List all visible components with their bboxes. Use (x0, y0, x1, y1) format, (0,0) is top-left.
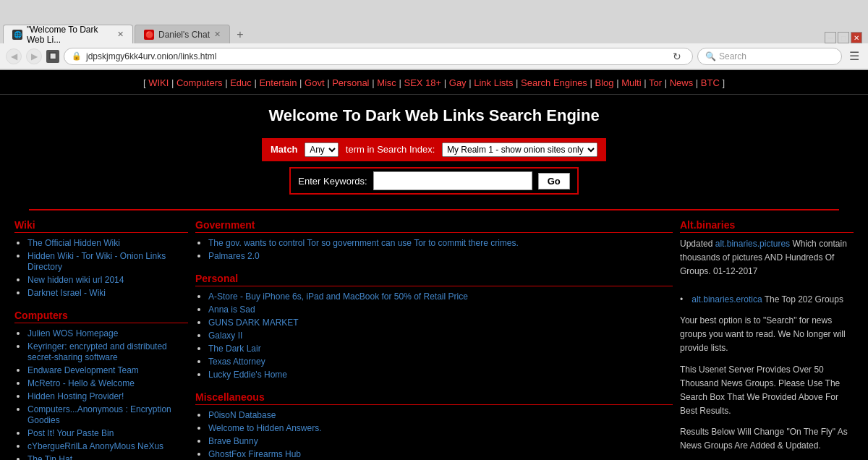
keyword-label: Enter Keywords: (298, 176, 367, 187)
browser-search-bar[interactable]: 🔍 Search (697, 48, 842, 65)
personal-link-3[interactable]: GUNS DARK MARKET (208, 318, 299, 328)
list-item: Keyringer: encrypted and distributed sec… (27, 341, 188, 362)
misc-link-2[interactable]: Welcome to Hidden Answers. (208, 423, 322, 433)
personal-link-2[interactable]: Anna is Sad (208, 304, 255, 315)
govt-link-2[interactable]: Palmares 2.0 (208, 251, 260, 261)
new-tab-button[interactable]: + (231, 26, 249, 43)
computers-link-8[interactable]: cYbergueRrilLa AnonyMous NeXus (27, 441, 163, 451)
misc-section-title: Miscellaneous (195, 391, 673, 405)
info-text-2: This Usenet Server Provides Over 50 Thou… (680, 363, 854, 419)
nav-govt[interactable]: Govt (305, 77, 324, 88)
government-link-list: The gov. wants to control Tor so governm… (195, 237, 673, 261)
govt-link-1[interactable]: The gov. wants to control Tor so governm… (208, 238, 519, 248)
nav-blog[interactable]: Blog (595, 77, 614, 88)
tab-1[interactable]: 🌐 "Welcome To Dark Web Li... ✕ (3, 25, 133, 43)
alt-binaries-pictures-link[interactable]: alt.binaries.pictures (715, 239, 790, 249)
nav-multi[interactable]: Multi (621, 77, 641, 88)
list-item: The Dark Lair (208, 343, 673, 354)
list-item: Lucky Eddie's Home (208, 369, 673, 380)
nav-entertain[interactable]: Entertain (259, 77, 297, 88)
middle-column: Government The gov. wants to control Tor… (195, 219, 673, 460)
nav-personal[interactable]: Personal (332, 77, 369, 88)
list-item: The Tin Hat (27, 453, 188, 460)
search-section: Match Any All term in Search Index: My R… (0, 132, 868, 200)
nav-search-engines[interactable]: Search Engines (521, 77, 587, 88)
personal-link-5[interactable]: The Dark Lair (208, 344, 261, 354)
misc-section: Miscellaneous P0isoN Database Welcome to… (195, 391, 673, 460)
misc-link-list: P0isoN Database Welcome to Hidden Answer… (195, 409, 673, 460)
wiki-link-4[interactable]: Darknet Israel - Wiki (27, 288, 106, 298)
maximize-button[interactable]: □ (838, 32, 849, 43)
list-item: Anna is Sad (208, 304, 673, 315)
menu-button[interactable]: ☰ (846, 49, 862, 63)
personal-link-list: A-Store - Buy iPhone 6s, iPad and MacBoo… (195, 291, 673, 380)
list-item: GhostFox Firearms Hub (208, 448, 673, 459)
list-item: Texas Attorney (208, 356, 673, 367)
address-bar[interactable]: 🔒 jdpskjmgy6kk4urv.onion/links.html ↻ (64, 48, 693, 65)
tab-2-close[interactable]: ✕ (214, 30, 221, 39)
tab-2-label: Daniel's Chat (158, 30, 210, 40)
personal-link-6[interactable]: Texas Attorney (208, 357, 265, 367)
forward-button[interactable]: ▶ (26, 48, 42, 64)
nav-misc[interactable]: Misc (377, 77, 396, 88)
list-item: Julien WOS Homepage (27, 328, 188, 338)
search-icon: 🔍 (705, 51, 716, 61)
page-content: [ WIKI | Computers | Educ | Entertain | … (0, 70, 868, 460)
computers-section: Computers Julien WOS Homepage Keyringer:… (14, 310, 188, 460)
list-item: The Official Hidden Wiki (27, 237, 188, 248)
list-item: Palmares 2.0 (208, 250, 673, 261)
realm-select[interactable]: My Realm 1 - show onion sites only My Re… (442, 142, 597, 157)
keyword-input[interactable] (373, 171, 532, 190)
nav-wiki[interactable]: WIKI (148, 77, 169, 88)
list-item: Hidden Hosting Provider! (27, 391, 188, 401)
alt-binaries-title: Alt.binaries (680, 219, 854, 233)
tab-2[interactable]: 🔴 Daniel's Chat ✕ (135, 25, 230, 43)
nav-sex[interactable]: SEX 18+ (404, 77, 441, 88)
personal-link-1[interactable]: A-Store - Buy iPhone 6s, iPad and MacBoo… (208, 291, 468, 302)
alt-binaries-erotica-link[interactable]: alt.binaries.erotica (692, 294, 762, 304)
nav-educ[interactable]: Educ (230, 77, 252, 88)
section-divider (29, 209, 839, 210)
computers-link-3[interactable]: Endware Development Team (27, 365, 139, 375)
close-button[interactable]: ✕ (851, 32, 862, 43)
minimize-button[interactable]: ─ (825, 32, 836, 43)
nav-news[interactable]: News (670, 77, 694, 88)
wiki-link-2[interactable]: Hidden Wiki - Tor Wiki - Onion Links Dir… (27, 251, 166, 272)
back-button[interactable]: ◀ (6, 48, 22, 64)
nav-gay[interactable]: Gay (449, 77, 467, 88)
nav-tor[interactable]: Tor (649, 77, 662, 88)
list-item: Welcome to Hidden Answers. (208, 422, 673, 433)
misc-link-4[interactable]: GhostFox Firearms Hub (208, 449, 301, 459)
computers-link-6[interactable]: Computers...Anonymous : Encryption Goodi… (27, 404, 171, 425)
match-select[interactable]: Any All (305, 142, 339, 157)
refresh-button[interactable]: ↻ (669, 48, 685, 64)
tab-1-close[interactable]: ✕ (117, 30, 124, 39)
computers-link-2[interactable]: Keyringer: encrypted and distributed sec… (27, 341, 167, 362)
info-text-3: Results Below Will Change "On The Fly" A… (680, 425, 854, 453)
computers-link-1[interactable]: Julien WOS Homepage (27, 328, 118, 338)
browser-icon: 🔲 (46, 50, 59, 63)
computers-link-4[interactable]: McRetro - Hello & Welcome (27, 378, 135, 388)
personal-link-4[interactable]: Galaxy II (208, 331, 242, 341)
wiki-link-1[interactable]: The Official Hidden Wiki (27, 238, 120, 248)
personal-section-title: Personal (195, 273, 673, 286)
nav-computers[interactable]: Computers (176, 77, 223, 88)
right-column: Alt.binaries Updated alt.binaries.pictur… (680, 219, 854, 460)
alt-binaries-section: Alt.binaries Updated alt.binaries.pictur… (680, 219, 854, 460)
nav-link-lists[interactable]: Link Lists (474, 77, 513, 88)
search-placeholder: Search (719, 51, 746, 61)
wiki-link-3[interactable]: New hidden wiki url 2014 (27, 275, 124, 285)
misc-link-3[interactable]: Brave Bunny (208, 436, 258, 446)
address-text: jdpskjmgy6kk4urv.onion/links.html (86, 51, 665, 61)
nav-btc[interactable]: BTC (701, 77, 720, 88)
sep8: | (444, 77, 449, 88)
computers-link-7[interactable]: Post It! Your Paste Bin (27, 428, 114, 438)
wiki-section: Wiki The Official Hidden Wiki Hidden Wik… (14, 219, 188, 298)
computers-link-5[interactable]: Hidden Hosting Provider! (27, 391, 124, 401)
personal-link-7[interactable]: Lucky Eddie's Home (208, 370, 287, 380)
misc-link-1[interactable]: P0isoN Database (208, 410, 276, 420)
list-item: Post It! Your Paste Bin (27, 427, 188, 438)
go-button[interactable]: Go (538, 173, 570, 189)
list-item: The gov. wants to control Tor so governm… (208, 237, 673, 248)
computers-link-9[interactable]: The Tin Hat (27, 454, 72, 460)
